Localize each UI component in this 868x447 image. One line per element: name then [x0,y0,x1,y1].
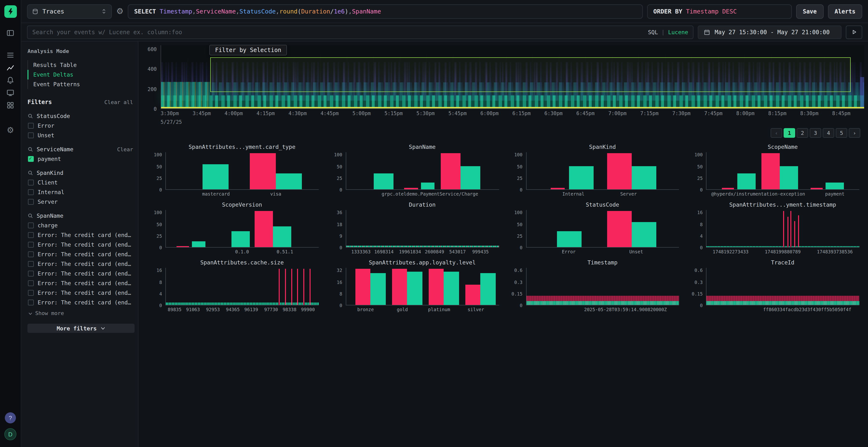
user-avatar[interactable]: D [4,428,17,440]
help-button[interactable]: ? [5,412,16,423]
search-icon[interactable] [28,146,33,152]
source-settings-gear-icon[interactable]: ⚙ [116,7,124,15]
checkbox[interactable] [28,222,34,228]
chart-plot[interactable] [526,210,679,248]
filter-option[interactable]: Error: The credit card (end… [28,289,135,296]
page-button-3[interactable]: 3 [810,128,821,138]
more-filters-button[interactable]: More filters [28,324,134,333]
y-tick-label: 0.3 [694,279,703,285]
filter-option[interactable]: Server [28,199,135,205]
page-next-button[interactable]: › [849,128,860,138]
chart-plot[interactable] [346,152,499,190]
checkbox[interactable] [28,123,34,129]
filter-option[interactable]: Unset [28,132,135,139]
checkbox[interactable] [28,290,34,296]
x-tick-label: 98338 [283,307,296,312]
y-tick-label: 25 [156,233,162,239]
checkbox[interactable] [28,156,34,162]
checkbox[interactable] [28,189,34,195]
checkbox[interactable] [28,180,34,185]
chart-bar [737,173,755,189]
chart-plot[interactable] [346,210,499,248]
x-tick-label: 89835 [168,307,182,312]
checkbox[interactable] [28,251,34,257]
alerts-bell-icon[interactable] [3,74,18,86]
x-tick-label: 7:15pm [641,110,659,116]
analysis-mode-results-table[interactable]: Results Table [28,60,135,70]
analysis-mode-event-patterns[interactable]: Event Patterns [28,79,135,89]
chart-plot[interactable] [165,210,319,248]
chart-plot[interactable] [165,152,319,190]
lucene-toggle[interactable]: Lucene [668,29,688,35]
filter-clear-link[interactable]: Clear [117,146,133,152]
filter-option[interactable]: payment [28,156,135,162]
services-grid-icon[interactable] [3,99,18,111]
show-more-toggle[interactable]: Show more [28,310,135,316]
selection-rectangle[interactable] [210,57,850,92]
page-button-5[interactable]: 5 [836,128,847,138]
x-tick-label: 6:00pm [480,110,499,116]
chart-bar [192,241,206,247]
checkbox[interactable] [28,199,34,205]
chart-plot[interactable] [706,268,860,305]
checkbox[interactable] [28,300,34,305]
checkbox[interactable] [28,261,34,267]
histogram-spike [790,211,792,247]
alerts-button[interactable]: Alerts [828,4,862,19]
filter-option[interactable]: Error: The credit card (end… [28,270,135,277]
clear-all-link[interactable]: Clear all [104,99,133,105]
heatmap-x-axis: 3:30pm3:45pm4:00pm4:15pm4:30pm4:45pm5:00… [161,110,864,117]
run-query-button[interactable] [846,25,862,39]
sql-toggle[interactable]: SQL [648,29,658,35]
checkbox[interactable] [28,271,34,276]
chart-plot[interactable] [706,152,860,190]
page-button-4[interactable]: 4 [823,128,834,138]
chart-bar [421,182,435,189]
heatmap-plot[interactable]: Filter by Selection [161,45,864,109]
y-tick-label: 0.15 [512,291,523,297]
search-icon[interactable] [28,170,33,176]
page-button-2[interactable]: 2 [797,128,808,138]
chart-bar [254,211,273,247]
filter-groups: StatusCodeErrorUnsetServiceNameClearpaym… [28,113,135,306]
page-prev-button[interactable]: ‹ [771,128,782,138]
filter-by-selection-button[interactable]: Filter by Selection [209,45,287,56]
filter-option[interactable]: Error: The credit card (end… [28,280,135,286]
filter-option[interactable]: Error: The credit card (end… [28,251,135,258]
filter-option[interactable]: Error: The credit card (end… [28,261,135,267]
analysis-mode-event-deltas[interactable]: Event Deltas [28,70,135,79]
settings-gear-icon[interactable]: ⚙ [3,124,18,136]
search-icon[interactable] [28,113,33,119]
filter-option[interactable]: Error: The credit card (end… [28,299,135,306]
chart-icon[interactable] [3,61,18,74]
filter-option[interactable]: Error: The credit card (end… [28,241,135,248]
chart-plot[interactable] [526,152,679,190]
chart-plot[interactable] [526,268,679,305]
chart-plot[interactable] [706,210,860,248]
hyperdx-logo[interactable] [4,5,17,18]
checkbox[interactable] [28,280,34,286]
filter-option[interactable]: charge [28,222,135,229]
filter-option[interactable]: Error: The credit card (end… [28,232,135,238]
search-icon[interactable] [28,213,33,219]
save-button[interactable]: Save [796,4,824,19]
date-range-picker[interactable]: May 27 15:30:00 - May 27 21:00:00 [698,25,841,39]
chevron-up-down-icon [101,8,107,14]
search-input[interactable] [32,29,648,35]
chart-plot[interactable] [165,268,319,305]
source-select[interactable]: Traces [27,4,112,19]
checkbox[interactable] [28,133,34,138]
checkbox[interactable] [28,232,34,238]
sidebar-panel-icon[interactable] [3,27,18,39]
order-by-input[interactable]: ORDER BY Timestamp DESC [647,4,792,19]
filter-option[interactable]: Error [28,122,135,129]
filter-option[interactable]: Client [28,179,135,186]
sql-select-input[interactable]: SELECT Timestamp,ServiceName,StatusCode,… [128,4,643,19]
page-button-1[interactable]: 1 [784,128,795,138]
logs-list-icon[interactable] [3,49,18,61]
checkbox[interactable] [28,242,34,248]
chart-plot[interactable] [346,268,499,305]
filter-option-label: Error: The credit card (end… [38,251,131,258]
sessions-monitor-icon[interactable] [3,86,18,99]
filter-option[interactable]: Internal [28,189,135,196]
